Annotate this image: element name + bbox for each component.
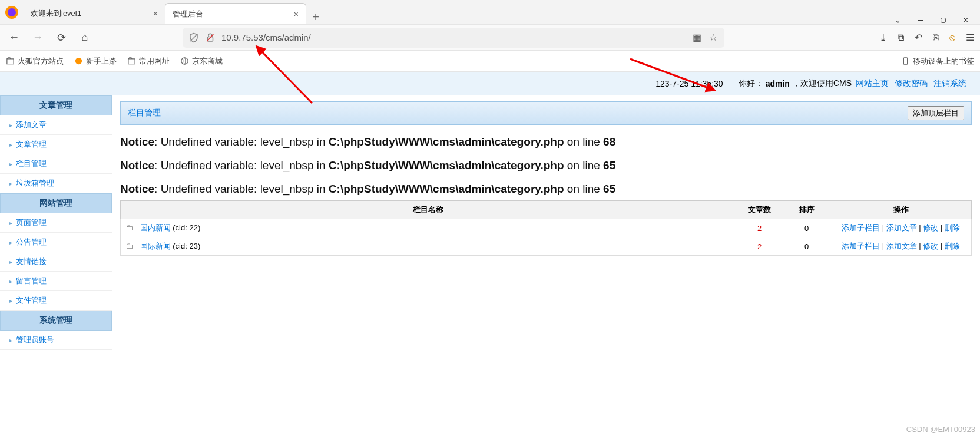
firefox-logo-icon xyxy=(0,1,24,24)
php-notice-2: Notice: Undefined variable: level_nbsp i… xyxy=(120,183,972,196)
address-bar[interactable]: ▦ ☆ xyxy=(183,28,724,48)
sidebar: 文章管理添加文章文章管理栏目管理垃圾箱管理网站管理页面管理公告管理友情链接留言管… xyxy=(0,95,112,350)
sidebar-item-1-0[interactable]: 页面管理 xyxy=(0,213,112,233)
close-icon[interactable]: × xyxy=(294,9,299,19)
article-count: 2 xyxy=(736,237,783,256)
article-count: 2 xyxy=(736,219,783,237)
sidebar-item-1-2[interactable]: 友情链接 xyxy=(0,252,112,272)
new-tab-button[interactable]: + xyxy=(306,11,325,24)
link-home[interactable]: 网站主页 xyxy=(856,78,889,89)
welcome-suffix: ，欢迎使用CMS xyxy=(792,78,852,89)
content: 栏目管理 添加顶层栏目 Notice: Undefined variable: … xyxy=(112,95,980,350)
category-cid: (cid: 23) xyxy=(173,242,200,250)
admin-body: 文章管理添加文章文章管理栏目管理垃圾箱管理网站管理页面管理公告管理友情链接留言管… xyxy=(0,95,980,350)
window-controls: ⌄ — ▢ ✕ xyxy=(895,15,980,24)
downloads-icon[interactable]: ⤓ xyxy=(879,32,887,43)
tab-admin[interactable]: 管理后台 × xyxy=(165,3,306,24)
sidebar-item-1-4[interactable]: 文件管理 xyxy=(0,291,112,311)
hello-prefix: 你好： xyxy=(739,78,763,89)
back-button[interactable]: ← xyxy=(6,29,22,46)
category-link[interactable]: 国内新闻 xyxy=(140,223,171,232)
chevron-down-icon[interactable]: ⌄ xyxy=(895,15,900,24)
tab-level1[interactable]: 欢迎来到level1 × xyxy=(24,3,165,24)
php-notice-1: Notice: Undefined variable: level_nbsp i… xyxy=(120,159,972,172)
close-icon[interactable]: × xyxy=(153,9,158,18)
sidebar-item-2-0[interactable]: 管理员账号 xyxy=(0,331,112,350)
op-3[interactable]: 删除 xyxy=(945,242,960,250)
crop-icon[interactable]: ⧉ xyxy=(898,32,904,43)
op-2[interactable]: 修改 xyxy=(923,242,938,250)
bookmark-item-0[interactable]: 火狐官方站点 xyxy=(6,56,64,67)
link-pwd[interactable]: 修改密码 xyxy=(895,78,928,89)
close-window-icon[interactable]: ✕ xyxy=(964,15,968,24)
noscript-icon[interactable]: ⦸ xyxy=(949,32,955,43)
sidebar-item-0-0[interactable]: 添加文章 xyxy=(0,115,112,135)
tab-title: 管理后台 xyxy=(173,9,203,19)
datetime: 123-7-25 11:35:30 xyxy=(655,79,723,88)
undo-icon[interactable]: ↶ xyxy=(915,32,922,43)
sidebar-item-0-1[interactable]: 文章管理 xyxy=(0,135,112,154)
current-user: admin xyxy=(766,79,790,88)
tab-title: 欢迎来到level1 xyxy=(31,8,81,19)
admin-header: 123-7-25 11:35:30 你好： admin ，欢迎使用CMS 网站主… xyxy=(0,72,980,95)
sidebar-item-0-3[interactable]: 垃圾箱管理 xyxy=(0,174,112,193)
extension-icon[interactable]: ⎘ xyxy=(933,32,939,43)
category-table: 栏目名称文章数排序操作 🗀 国内新闻 (cid: 22)20添加子栏目 | 添加… xyxy=(120,200,972,256)
sidebar-item-1-3[interactable]: 留言管理 xyxy=(0,272,112,291)
browser-titlebar: 欢迎来到level1 × 管理后台 × + ⌄ — ▢ ✕ xyxy=(0,0,980,25)
maximize-icon[interactable]: ▢ xyxy=(941,15,945,24)
col-header: 排序 xyxy=(783,201,830,219)
browser-toolbar: ← → ⟳ ⌂ ▦ ☆ ⤓ ⧉ ↶ ⎘ ⦸ ☰ xyxy=(0,25,980,51)
bookmark-item-1[interactable]: 新手上路 xyxy=(74,56,117,67)
op-0[interactable]: 添加子栏目 xyxy=(842,242,880,250)
panel-header: 栏目管理 添加顶层栏目 xyxy=(120,101,972,125)
home-button[interactable]: ⌂ xyxy=(77,29,93,46)
add-top-category-button[interactable]: 添加顶层栏目 xyxy=(908,106,964,120)
php-notice-0: Notice: Undefined variable: level_nbsp i… xyxy=(120,136,972,148)
bookmark-star-icon[interactable]: ☆ xyxy=(708,32,719,43)
reload-button[interactable]: ⟳ xyxy=(53,29,69,46)
qr-icon[interactable]: ▦ xyxy=(691,32,702,43)
bookmark-item-2[interactable]: 常用网址 xyxy=(127,56,170,67)
op-3[interactable]: 删除 xyxy=(945,223,960,232)
watermark: CSDN @EMT00923 xyxy=(906,425,975,434)
insecure-lock-icon[interactable] xyxy=(205,32,216,43)
folder-icon: 🗀 xyxy=(125,242,133,250)
order-value: 0 xyxy=(783,219,830,237)
sidebar-item-1-1[interactable]: 公告管理 xyxy=(0,233,112,252)
menu-icon[interactable]: ☰ xyxy=(966,32,974,43)
table-row: 🗀 国内新闻 (cid: 22)20添加子栏目 | 添加文章 | 修改 | 删除 xyxy=(121,219,972,237)
link-logout[interactable]: 注销系统 xyxy=(933,78,966,89)
category-cid: (cid: 22) xyxy=(173,223,200,232)
order-value: 0 xyxy=(783,237,830,256)
bookmark-item-3[interactable]: 京东商城 xyxy=(180,56,223,67)
col-header: 文章数 xyxy=(736,201,783,219)
sidebar-section-head: 网站管理 xyxy=(0,193,112,213)
sidebar-section-head: 系统管理 xyxy=(0,311,112,331)
op-1[interactable]: 添加文章 xyxy=(886,242,917,250)
row-ops: 添加子栏目 | 添加文章 | 修改 | 删除 xyxy=(830,237,972,256)
url-input[interactable] xyxy=(221,32,686,42)
panel-title: 栏目管理 xyxy=(128,108,161,118)
op-1[interactable]: 添加文章 xyxy=(886,223,917,232)
svg-point-1 xyxy=(8,8,16,16)
sidebar-section-head: 文章管理 xyxy=(0,95,112,115)
sidebar-item-0-2[interactable]: 栏目管理 xyxy=(0,154,112,174)
category-link[interactable]: 国际新闻 xyxy=(140,242,171,250)
shield-off-icon[interactable] xyxy=(188,32,199,43)
op-2[interactable]: 修改 xyxy=(923,223,938,232)
folder-icon: 🗀 xyxy=(125,223,133,232)
forward-button[interactable]: → xyxy=(29,29,46,46)
col-header: 栏目名称 xyxy=(121,201,736,219)
minimize-icon[interactable]: — xyxy=(918,15,923,24)
bookmarks-bar: 火狐官方站点 新手上路 常用网址 京东商城 移动设备上的书签 xyxy=(0,51,980,72)
op-0[interactable]: 添加子栏目 xyxy=(842,223,880,232)
svg-rect-7 xyxy=(903,58,907,64)
col-header: 操作 xyxy=(830,201,972,219)
row-ops: 添加子栏目 | 添加文章 | 修改 | 删除 xyxy=(830,219,972,237)
table-row: 🗀 国际新闻 (cid: 23)20添加子栏目 | 添加文章 | 修改 | 删除 xyxy=(121,237,972,256)
svg-point-5 xyxy=(75,58,82,64)
mobile-bookmarks[interactable]: 移动设备上的书签 xyxy=(901,56,974,67)
